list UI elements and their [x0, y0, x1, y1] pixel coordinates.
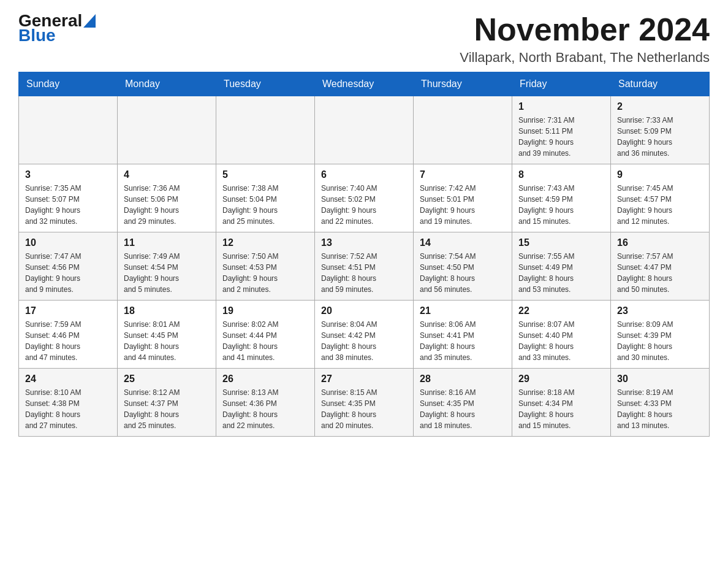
day-number: 10: [25, 237, 111, 248]
day-number: 14: [420, 237, 506, 248]
day-number: 23: [617, 305, 703, 316]
logo-triangle-icon: [83, 14, 96, 28]
calendar-cell: [414, 96, 512, 164]
weekday-header-tuesday: Tuesday: [216, 72, 315, 96]
day-number: 2: [617, 101, 703, 112]
calendar-cell: 28Sunrise: 8:16 AM Sunset: 4:35 PM Dayli…: [414, 369, 512, 437]
calendar-cell: 27Sunrise: 8:15 AM Sunset: 4:35 PM Dayli…: [315, 369, 414, 437]
day-number: 16: [617, 237, 703, 248]
day-info: Sunrise: 7:31 AM Sunset: 5:11 PM Dayligh…: [518, 115, 604, 159]
weekday-header-saturday: Saturday: [611, 72, 710, 96]
calendar-cell: 20Sunrise: 8:04 AM Sunset: 4:42 PM Dayli…: [315, 301, 414, 369]
day-number: 26: [222, 373, 308, 385]
calendar-cell: 5Sunrise: 7:38 AM Sunset: 5:04 PM Daylig…: [216, 164, 315, 232]
day-number: 11: [124, 237, 210, 248]
day-number: 22: [518, 305, 604, 316]
day-info: Sunrise: 8:09 AM Sunset: 4:39 PM Dayligh…: [617, 319, 703, 363]
day-info: Sunrise: 7:43 AM Sunset: 4:59 PM Dayligh…: [518, 183, 604, 227]
calendar-table: SundayMondayTuesdayWednesdayThursdayFrid…: [18, 72, 710, 437]
calendar-cell: 9Sunrise: 7:45 AM Sunset: 4:57 PM Daylig…: [611, 164, 710, 232]
logo-blue-text: Blue: [18, 26, 56, 45]
calendar-cell: [315, 96, 414, 164]
svg-marker-0: [83, 14, 96, 28]
calendar-cell: 2Sunrise: 7:33 AM Sunset: 5:09 PM Daylig…: [611, 96, 710, 164]
day-info: Sunrise: 7:40 AM Sunset: 5:02 PM Dayligh…: [321, 183, 407, 227]
day-number: 7: [420, 169, 506, 180]
calendar-cell: 30Sunrise: 8:19 AM Sunset: 4:33 PM Dayli…: [611, 369, 710, 437]
calendar-row: 17Sunrise: 7:59 AM Sunset: 4:46 PM Dayli…: [19, 301, 710, 369]
calendar-cell: 6Sunrise: 7:40 AM Sunset: 5:02 PM Daylig…: [315, 164, 414, 232]
day-info: Sunrise: 8:15 AM Sunset: 4:35 PM Dayligh…: [321, 387, 407, 431]
calendar-cell: 23Sunrise: 8:09 AM Sunset: 4:39 PM Dayli…: [611, 301, 710, 369]
day-info: Sunrise: 8:07 AM Sunset: 4:40 PM Dayligh…: [518, 319, 604, 363]
weekday-header-friday: Friday: [512, 72, 611, 96]
calendar-row: 10Sunrise: 7:47 AM Sunset: 4:56 PM Dayli…: [19, 232, 710, 301]
day-number: 1: [518, 101, 604, 112]
calendar-cell: 1Sunrise: 7:31 AM Sunset: 5:11 PM Daylig…: [512, 96, 611, 164]
day-info: Sunrise: 8:10 AM Sunset: 4:38 PM Dayligh…: [25, 387, 111, 431]
month-title: November 2024: [460, 12, 710, 47]
day-info: Sunrise: 8:18 AM Sunset: 4:34 PM Dayligh…: [518, 387, 604, 431]
day-info: Sunrise: 7:49 AM Sunset: 4:54 PM Dayligh…: [124, 251, 210, 295]
page-header: General Blue November 2024 Villapark, No…: [18, 12, 710, 66]
calendar-cell: 13Sunrise: 7:52 AM Sunset: 4:51 PM Dayli…: [315, 232, 414, 301]
title-section: November 2024 Villapark, North Brabant, …: [460, 12, 710, 66]
day-info: Sunrise: 7:59 AM Sunset: 4:46 PM Dayligh…: [25, 319, 111, 363]
day-info: Sunrise: 8:02 AM Sunset: 4:44 PM Dayligh…: [222, 319, 308, 363]
day-number: 18: [124, 305, 210, 316]
day-info: Sunrise: 7:36 AM Sunset: 5:06 PM Dayligh…: [124, 183, 210, 227]
calendar-cell: 15Sunrise: 7:55 AM Sunset: 4:49 PM Dayli…: [512, 232, 611, 301]
day-info: Sunrise: 7:57 AM Sunset: 4:47 PM Dayligh…: [617, 251, 703, 295]
calendar-cell: 24Sunrise: 8:10 AM Sunset: 4:38 PM Dayli…: [19, 369, 118, 437]
calendar-cell: [118, 96, 216, 164]
calendar-cell: 4Sunrise: 7:36 AM Sunset: 5:06 PM Daylig…: [118, 164, 216, 232]
calendar-cell: 10Sunrise: 7:47 AM Sunset: 4:56 PM Dayli…: [19, 232, 118, 301]
day-info: Sunrise: 7:52 AM Sunset: 4:51 PM Dayligh…: [321, 251, 407, 295]
weekday-header-sunday: Sunday: [19, 72, 118, 96]
day-info: Sunrise: 8:06 AM Sunset: 4:41 PM Dayligh…: [420, 319, 506, 363]
day-number: 17: [25, 305, 111, 316]
day-info: Sunrise: 7:45 AM Sunset: 4:57 PM Dayligh…: [617, 183, 703, 227]
location-subtitle: Villapark, North Brabant, The Netherland…: [460, 50, 710, 66]
calendar-cell: 11Sunrise: 7:49 AM Sunset: 4:54 PM Dayli…: [118, 232, 216, 301]
day-number: 13: [321, 237, 407, 248]
calendar-cell: [216, 96, 315, 164]
calendar-cell: 17Sunrise: 7:59 AM Sunset: 4:46 PM Dayli…: [19, 301, 118, 369]
day-info: Sunrise: 8:12 AM Sunset: 4:37 PM Dayligh…: [124, 387, 210, 431]
calendar-cell: 21Sunrise: 8:06 AM Sunset: 4:41 PM Dayli…: [414, 301, 512, 369]
calendar-cell: 25Sunrise: 8:12 AM Sunset: 4:37 PM Dayli…: [118, 369, 216, 437]
day-number: 3: [25, 169, 111, 180]
day-number: 5: [222, 169, 308, 180]
day-number: 21: [420, 305, 506, 316]
weekday-header-monday: Monday: [118, 72, 216, 96]
day-number: 27: [321, 373, 407, 385]
day-info: Sunrise: 7:42 AM Sunset: 5:01 PM Dayligh…: [420, 183, 506, 227]
calendar-cell: 29Sunrise: 8:18 AM Sunset: 4:34 PM Dayli…: [512, 369, 611, 437]
day-info: Sunrise: 8:13 AM Sunset: 4:36 PM Dayligh…: [222, 387, 308, 431]
day-number: 15: [518, 237, 604, 248]
day-info: Sunrise: 7:33 AM Sunset: 5:09 PM Dayligh…: [617, 115, 703, 159]
calendar-row: 1Sunrise: 7:31 AM Sunset: 5:11 PM Daylig…: [19, 96, 710, 164]
calendar-cell: 7Sunrise: 7:42 AM Sunset: 5:01 PM Daylig…: [414, 164, 512, 232]
day-info: Sunrise: 8:16 AM Sunset: 4:35 PM Dayligh…: [420, 387, 506, 431]
day-info: Sunrise: 7:47 AM Sunset: 4:56 PM Dayligh…: [25, 251, 111, 295]
day-number: 12: [222, 237, 308, 248]
day-info: Sunrise: 7:50 AM Sunset: 4:53 PM Dayligh…: [222, 251, 308, 295]
weekday-header-row: SundayMondayTuesdayWednesdayThursdayFrid…: [19, 72, 710, 96]
day-number: 25: [124, 373, 210, 385]
calendar-cell: 14Sunrise: 7:54 AM Sunset: 4:50 PM Dayli…: [414, 232, 512, 301]
calendar-row: 3Sunrise: 7:35 AM Sunset: 5:07 PM Daylig…: [19, 164, 710, 232]
weekday-header-wednesday: Wednesday: [315, 72, 414, 96]
calendar-cell: 22Sunrise: 8:07 AM Sunset: 4:40 PM Dayli…: [512, 301, 611, 369]
day-number: 6: [321, 169, 407, 180]
day-info: Sunrise: 8:19 AM Sunset: 4:33 PM Dayligh…: [617, 387, 703, 431]
day-number: 4: [124, 169, 210, 180]
day-number: 9: [617, 169, 703, 180]
calendar-cell: [19, 96, 118, 164]
day-info: Sunrise: 8:04 AM Sunset: 4:42 PM Dayligh…: [321, 319, 407, 363]
calendar-cell: 3Sunrise: 7:35 AM Sunset: 5:07 PM Daylig…: [19, 164, 118, 232]
day-number: 29: [518, 373, 604, 385]
day-info: Sunrise: 7:55 AM Sunset: 4:49 PM Dayligh…: [518, 251, 604, 295]
day-info: Sunrise: 7:54 AM Sunset: 4:50 PM Dayligh…: [420, 251, 506, 295]
day-number: 19: [222, 305, 308, 316]
